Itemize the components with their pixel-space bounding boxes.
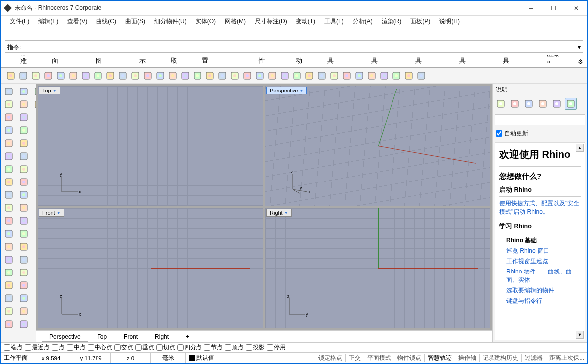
osnap-option[interactable]: 节点	[204, 344, 223, 351]
menu-item[interactable]: 渲染(R)	[378, 16, 406, 27]
prefs-icon[interactable]	[55, 70, 67, 82]
osnap-option[interactable]: 中点	[67, 344, 86, 351]
viewport-perspective[interactable]: Perspective▼ xzy	[265, 86, 490, 206]
ellipse-icon[interactable]	[2, 150, 16, 162]
osnap-option[interactable]: 最近点	[25, 344, 50, 351]
saturn-icon[interactable]	[523, 98, 535, 110]
menu-item[interactable]: 文件(F)	[6, 16, 33, 27]
tab-item[interactable]: 网格工具	[493, 55, 537, 67]
viewport-label-top[interactable]: Top▼	[39, 87, 60, 94]
status-unit[interactable]: 毫米	[151, 353, 186, 363]
trim-icon[interactable]	[17, 241, 31, 253]
osnap-option[interactable]: 端点	[4, 344, 23, 351]
help-link[interactable]: Rhino 物件——曲线、曲面、实体	[499, 267, 581, 285]
paste-icon[interactable]	[92, 70, 104, 82]
globe-icon[interactable]	[495, 98, 507, 110]
sphere-icon[interactable]	[2, 292, 16, 304]
help-link[interactable]: 选取要编辑的物件	[499, 285, 581, 296]
osnap-checkbox[interactable]	[67, 344, 73, 351]
osnap-option[interactable]: 切点	[156, 344, 175, 351]
osnap-checkbox[interactable]	[52, 344, 58, 351]
print-icon[interactable]	[42, 70, 54, 82]
menu-item[interactable]: 分析(A)	[349, 16, 377, 27]
menu-item[interactable]: 变动(T)	[292, 16, 319, 27]
menu-item[interactable]: 曲线(C)	[92, 16, 120, 27]
dim-icon[interactable]	[17, 150, 31, 162]
array-icon[interactable]	[17, 228, 31, 240]
pan-icon[interactable]	[129, 70, 141, 82]
menu-item[interactable]: 尺寸标注(D)	[251, 16, 291, 27]
status-toggle[interactable]: 正交	[345, 354, 364, 362]
scale-icon[interactable]	[17, 202, 31, 214]
cut-icon[interactable]	[67, 70, 79, 82]
auto-update-input[interactable]	[496, 130, 502, 137]
tab-item[interactable]: 工作平面	[42, 55, 86, 67]
help-icon[interactable]	[415, 70, 427, 82]
osnap-option[interactable]: 停用	[267, 344, 286, 351]
osnap-checkbox[interactable]	[114, 344, 121, 351]
scroll-up-button[interactable]: ▲	[576, 144, 584, 152]
tab-item[interactable]: 可见性	[249, 55, 287, 67]
viewport-top[interactable]: Top▼ xy	[38, 86, 263, 206]
osnap-checkbox[interactable]	[135, 344, 142, 351]
osnap-option[interactable]: 交点	[114, 344, 133, 351]
pointer-icon[interactable]	[2, 86, 16, 97]
viewport-label-front[interactable]: Front▼	[39, 209, 64, 217]
osnap-checkbox[interactable]	[225, 344, 231, 351]
menu-item[interactable]: 网格(M)	[221, 16, 250, 27]
osnap-checkbox[interactable]	[156, 344, 163, 351]
car-icon[interactable]	[229, 70, 241, 82]
help-link[interactable]: 键盘与指令行	[499, 296, 581, 306]
circle-icon[interactable]	[2, 137, 16, 149]
osnap-option[interactable]: 四分点	[177, 344, 202, 351]
arc-icon[interactable]	[2, 163, 16, 175]
status-toggle[interactable]: 记录建构历史	[479, 354, 521, 362]
osnap-checkbox[interactable]	[25, 344, 31, 351]
help-link[interactable]: 工作视窗里巡览	[499, 256, 581, 267]
folder-icon[interactable]	[551, 98, 563, 110]
menu-item[interactable]: 编辑(E)	[34, 16, 62, 27]
rect-icon[interactable]	[2, 176, 16, 188]
command-input[interactable]	[23, 43, 575, 52]
rotate-icon[interactable]	[142, 70, 154, 82]
tab-item[interactable]: 曲线工具	[318, 55, 362, 67]
mirror-icon[interactable]	[17, 215, 31, 227]
viewport-tab[interactable]: Front	[116, 332, 145, 342]
copy-icon[interactable]	[80, 70, 92, 82]
ungroup-icon[interactable]	[17, 292, 31, 304]
undo-icon[interactable]	[104, 70, 116, 82]
help-search-input[interactable]	[495, 114, 585, 125]
fly-icon[interactable]	[241, 70, 253, 82]
lasso-icon[interactable]	[2, 98, 16, 110]
menu-item[interactable]: 工具(L)	[320, 16, 348, 27]
osnap-option[interactable]: 中心点	[88, 344, 112, 351]
menu-item[interactable]: 曲面(S)	[121, 16, 149, 27]
polygon-icon[interactable]	[2, 215, 16, 227]
polyline-icon[interactable]	[2, 124, 16, 136]
osnap-option[interactable]: 投影	[246, 344, 265, 351]
minimize-button[interactable]: ─	[520, 1, 542, 15]
globe-icon[interactable]	[316, 70, 328, 82]
hide-icon[interactable]	[17, 318, 31, 330]
text-icon[interactable]	[17, 137, 31, 149]
4view-icon[interactable]	[216, 70, 228, 82]
status-toggle[interactable]: 智慧轨迹	[424, 354, 455, 362]
cone-icon[interactable]	[2, 305, 16, 317]
osnap-option[interactable]: 点	[52, 344, 65, 351]
osnap-option[interactable]: 顶点	[225, 344, 244, 351]
measure-icon[interactable]	[266, 70, 278, 82]
status-layer[interactable]: 默认值	[186, 353, 265, 363]
star-icon[interactable]	[2, 228, 16, 240]
tab-item[interactable]: 选取	[161, 55, 193, 67]
bend-icon[interactable]	[17, 111, 31, 123]
move-icon[interactable]	[17, 176, 31, 188]
tab-item[interactable]: 实体工具	[406, 55, 450, 67]
layer-icon[interactable]	[17, 305, 31, 317]
curve-icon[interactable]	[2, 189, 16, 201]
tab-item[interactable]: 标准	[11, 55, 42, 68]
zoom-ext-icon[interactable]	[167, 70, 179, 82]
osnap-checkbox[interactable]	[267, 344, 273, 351]
rotate2-icon[interactable]	[17, 189, 31, 201]
tab-overflow[interactable]: 渲染 »	[537, 55, 574, 67]
layers-icon[interactable]	[366, 70, 378, 82]
